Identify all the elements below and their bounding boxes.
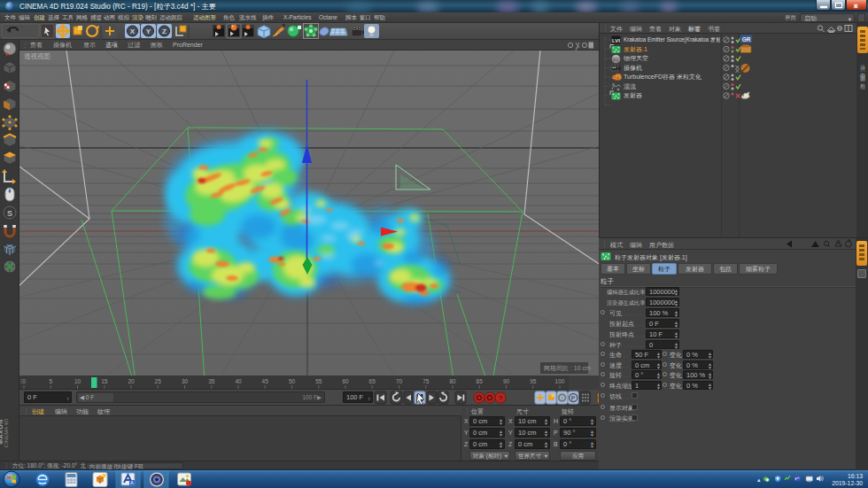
svg-text:30: 30 (182, 378, 189, 384)
svg-text:45: 45 (262, 378, 269, 384)
svg-text:Z: Z (162, 27, 167, 35)
svg-text:100: 100 (555, 378, 565, 384)
svg-text:LVI: LVI (612, 38, 620, 43)
svg-text:60: 60 (342, 378, 349, 384)
svg-text:20: 20 (128, 378, 135, 384)
svg-text:P: P (571, 395, 576, 401)
svg-text:X: X (130, 27, 136, 35)
svg-text:透视视图: 透视视图 (24, 52, 50, 60)
svg-text:15: 15 (101, 378, 108, 384)
svg-text:▴: ▴ (757, 476, 761, 483)
svg-text:?: ? (499, 394, 503, 402)
svg-text:65: 65 (369, 378, 376, 384)
svg-text:90: 90 (503, 378, 510, 384)
svg-text:85: 85 (477, 378, 484, 384)
svg-text:GR: GR (742, 36, 751, 43)
svg-text:S: S (7, 209, 12, 218)
svg-text:70: 70 (396, 378, 403, 384)
svg-text:95: 95 (530, 378, 537, 384)
svg-text:25: 25 (155, 378, 162, 384)
svg-text:0: 0 (22, 378, 26, 384)
svg-text:5: 5 (49, 378, 52, 384)
svg-text:10: 10 (74, 378, 81, 384)
svg-text:55: 55 (315, 378, 322, 384)
svg-text:80: 80 (449, 378, 456, 384)
svg-text:75: 75 (422, 378, 430, 384)
svg-text:35: 35 (208, 378, 215, 384)
svg-text:50: 50 (289, 378, 296, 384)
svg-text:网格间距 : 10 cm: 网格间距 : 10 cm (544, 365, 591, 372)
svg-text:40: 40 (235, 378, 242, 384)
svg-text:Y: Y (146, 27, 151, 35)
